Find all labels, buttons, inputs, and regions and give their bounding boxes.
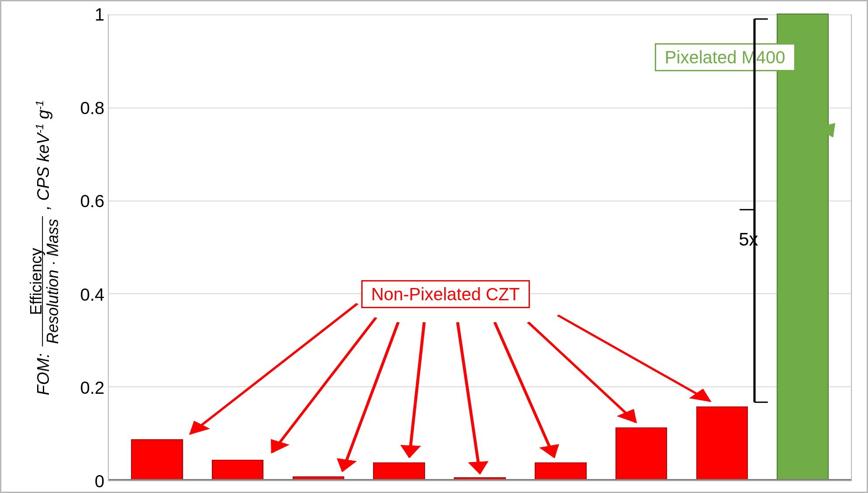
y-tick-0: 0 xyxy=(95,472,104,491)
y-tick-1: 1 xyxy=(95,5,104,24)
bar-slot xyxy=(278,15,359,480)
bar-pixelated-m400 xyxy=(777,14,829,480)
plot-wrapper: Non-Pixelated CZT Pixelated M400 5x xyxy=(108,14,852,481)
bar-slot xyxy=(197,15,278,480)
y-axis-label-column: FOM: Efficiency Resolution · Mass , CPS … xyxy=(12,14,77,481)
bar-slot xyxy=(117,15,197,480)
y-axis-fraction-denominator: Resolution · Mass xyxy=(42,216,62,347)
y-axis-fraction: Efficiency Resolution · Mass xyxy=(28,216,61,347)
y-tick-06: 0.6 xyxy=(80,191,104,211)
bracket-label-5x: 5x xyxy=(739,229,758,250)
bar-non-pixelated-czt xyxy=(373,462,425,480)
bar-slot xyxy=(520,15,601,480)
y-tick-02: 0.2 xyxy=(80,378,104,398)
figure-frame: FOM: Efficiency Resolution · Mass , CPS … xyxy=(0,0,868,493)
bar-non-pixelated-czt xyxy=(454,477,506,480)
bar-non-pixelated-czt xyxy=(131,439,183,480)
bar-non-pixelated-czt xyxy=(696,406,748,480)
bar-non-pixelated-czt xyxy=(212,460,264,480)
y-tick-04: 0.4 xyxy=(80,285,104,304)
bar-slot xyxy=(601,15,682,480)
y-tick-label-column: 0 0.2 0.4 0.6 0.8 1 xyxy=(77,14,108,481)
bar-non-pixelated-czt xyxy=(535,462,587,480)
bar-slot xyxy=(439,15,520,480)
callout-pixelated-m400: Pixelated M400 xyxy=(655,43,795,71)
bar-slot xyxy=(359,15,439,480)
y-tick-08: 0.8 xyxy=(80,98,104,118)
bar-non-pixelated-czt xyxy=(616,427,667,480)
y-axis-units: , CPS keV-1 g-1 xyxy=(34,100,52,210)
y-axis-prefix: FOM: xyxy=(34,353,52,396)
y-axis-label: FOM: Efficiency Resolution · Mass , CPS … xyxy=(28,100,61,395)
callout-non-pixelated-czt: Non-Pixelated CZT xyxy=(361,280,530,308)
bar-non-pixelated-czt xyxy=(293,476,345,480)
plot-area: Non-Pixelated CZT Pixelated M400 5x xyxy=(108,14,852,481)
bar-slot xyxy=(762,15,843,480)
chart-container: FOM: Efficiency Resolution · Mass , CPS … xyxy=(12,14,856,481)
